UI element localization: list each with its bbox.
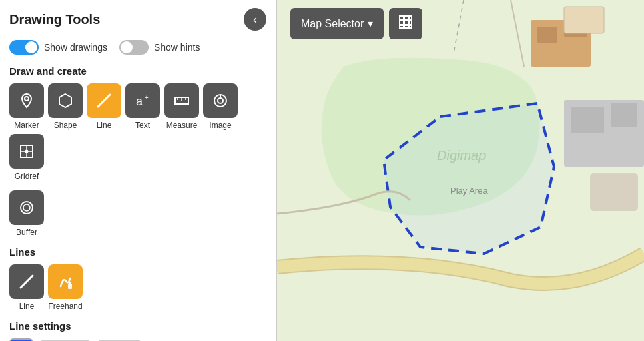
draw-and-create-label: Draw and create: [9, 65, 266, 77]
image-button[interactable]: [203, 83, 238, 118]
line-tool-item: Line: [87, 83, 121, 130]
freehand-button[interactable]: [48, 264, 83, 299]
freehand-icon: [57, 273, 74, 290]
line-label: Line: [97, 121, 112, 130]
line-settings-section: Line settings ---dash —3pt: [9, 320, 266, 341]
svg-rect-36: [611, 103, 637, 127]
grid-button[interactable]: [389, 8, 422, 39]
buffer-button[interactable]: [9, 190, 44, 225]
show-hints-toggle-item: Show hints: [119, 40, 200, 55]
image-tool-item: Image: [203, 83, 238, 130]
freehand-label: Freehand: [48, 302, 82, 311]
shape-label: Shape: [54, 121, 77, 130]
play-area-text: Play Area: [450, 186, 488, 196]
show-drawings-label: Show drawings: [44, 42, 107, 53]
text-icon: a +: [134, 92, 151, 109]
svg-rect-21: [404, 16, 408, 20]
svg-rect-31: [537, 27, 557, 43]
svg-rect-23: [400, 21, 404, 25]
show-drawings-toggle[interactable]: [9, 40, 39, 55]
marker-button[interactable]: [9, 83, 44, 118]
svg-rect-37: [591, 174, 637, 210]
svg-line-17: [21, 276, 33, 288]
show-hints-toggle[interactable]: [119, 40, 149, 55]
map-selector-dropdown-icon: ▾: [368, 17, 373, 30]
line-freehand-item: Line: [9, 264, 44, 311]
line-lines-label: Line: [19, 302, 35, 311]
map-svg: Play Area Digimap: [277, 0, 644, 341]
lines-label: Lines: [9, 246, 266, 258]
buffer-tool-item: Buffer: [9, 190, 44, 237]
svg-point-0: [25, 97, 29, 101]
marker-label: Marker: [14, 121, 39, 130]
gridref-label: Gridref: [15, 172, 39, 181]
measure-tool-item: Measure: [164, 83, 199, 130]
buffer-label: Buffer: [16, 228, 37, 237]
text-button[interactable]: a +: [125, 83, 160, 118]
text-label: Text: [135, 121, 150, 130]
panel-title: Drawing Tools: [9, 12, 100, 27]
lines-tools-grid: Line Freehand: [9, 264, 266, 311]
map-selector-label: Map Selector: [301, 18, 364, 30]
line-lines-button[interactable]: [9, 264, 44, 299]
line-button[interactable]: [87, 83, 121, 118]
measure-icon: [173, 92, 190, 109]
grid-icon: [398, 15, 413, 29]
marker-icon: [18, 92, 35, 109]
show-hints-label: Show hints: [154, 42, 200, 53]
svg-point-15: [21, 202, 33, 214]
map-panel: Map Selector ▾: [277, 0, 644, 341]
shape-tool-item: Shape: [48, 83, 83, 130]
svg-point-14: [25, 150, 29, 153]
panel-header: Drawing Tools ‹: [9, 8, 266, 31]
line-settings-label: Line settings: [9, 320, 266, 332]
line-color-swatch[interactable]: [9, 338, 33, 341]
image-icon: [212, 92, 229, 109]
svg-text:+: +: [145, 94, 149, 101]
shape-icon: [57, 92, 74, 109]
map-selector-button[interactable]: Map Selector ▾: [290, 8, 384, 39]
lines-section: Lines Line Freehand: [9, 246, 266, 311]
svg-rect-35: [571, 107, 604, 133]
svg-rect-20: [400, 16, 404, 20]
digimap-watermark: Digimap: [437, 148, 486, 163]
svg-rect-25: [409, 21, 412, 25]
svg-rect-22: [409, 16, 412, 20]
text-tool-item: a + Text: [125, 83, 160, 130]
svg-point-16: [23, 204, 30, 211]
svg-rect-33: [564, 7, 604, 33]
drawing-tools-panel: Drawing Tools ‹ Show drawings Show hints…: [0, 0, 277, 341]
freehand-tool-item: Freehand: [48, 264, 83, 311]
measure-button[interactable]: [164, 83, 199, 118]
map-top-bar: Map Selector ▾: [290, 8, 422, 39]
svg-rect-28: [409, 25, 412, 28]
marker-tool-item: Marker: [9, 83, 44, 130]
line-lines-icon: [18, 273, 35, 290]
svg-text:a: a: [136, 95, 143, 108]
measure-label: Measure: [166, 121, 198, 130]
gridref-button[interactable]: [9, 134, 44, 169]
gridref-icon: [18, 143, 35, 160]
shape-button[interactable]: [48, 83, 83, 118]
draw-tools-grid: Marker Shape Line a +: [9, 83, 266, 181]
buffer-grid: Buffer: [9, 190, 266, 237]
svg-rect-24: [404, 21, 408, 25]
line-settings-row: ---dash —3pt: [9, 338, 266, 341]
buffer-icon: [18, 199, 35, 216]
toggles-row: Show drawings Show hints: [9, 40, 266, 55]
collapse-button[interactable]: ‹: [244, 8, 266, 31]
svg-line-1: [98, 95, 110, 107]
svg-point-9: [218, 98, 223, 103]
line-draw-icon: [95, 92, 113, 109]
svg-rect-27: [404, 25, 408, 28]
svg-rect-18: [68, 284, 72, 289]
gridref-tool-item: Gridref: [9, 134, 44, 181]
svg-rect-26: [400, 25, 404, 28]
show-drawings-toggle-item: Show drawings: [9, 40, 107, 55]
image-label: Image: [209, 121, 231, 130]
